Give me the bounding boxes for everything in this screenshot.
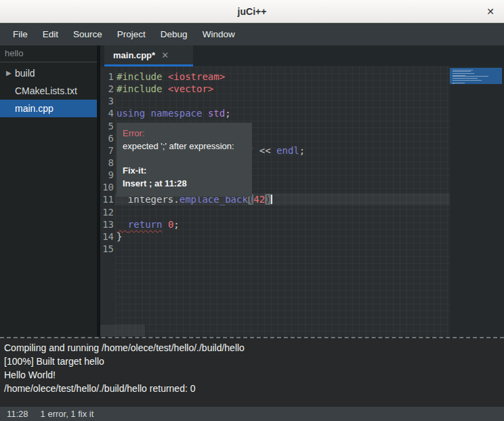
horizontal-scrollbar-thumb[interactable] [100,325,145,336]
file-tree: ▶buildCMakeLists.txtmain.cpp [0,62,97,117]
menu-item-edit[interactable]: Edit [35,23,66,45]
tooltip-fixit-text: Insert ; at 11:28 [123,177,246,190]
tab-bar: main.cpp* ✕ [100,45,504,66]
file-tree-item-label: main.cpp [15,103,54,114]
line-number: 1 [100,71,114,83]
diagnostic-tooltip: Error: expected ';' after expression: Fi… [117,123,252,197]
terminal-line: Hello World! [4,368,504,382]
line-number: 4 [100,107,114,119]
code-editor[interactable]: 123456789101112131415 #include <iostream… [100,66,504,337]
code-line-4: using namespace std; [117,107,305,119]
minimap-code-line [453,78,478,79]
minimap-code-line [453,80,482,81]
minimap-code-line [453,76,488,77]
minimap-code-line [453,83,465,83]
terminal-line: Compiling and running /home/olece/test/h… [4,341,504,355]
code-line-2: #include <vector> [117,83,305,95]
menu-item-file[interactable]: File [5,23,35,45]
diagnostic-status: 1 error, 1 fix it [41,409,94,419]
menu-item-source[interactable]: Source [66,23,110,45]
line-number: 14 [100,230,114,243]
tab-close-icon[interactable]: ✕ [161,50,169,60]
file-tree-item-label: build [15,68,35,79]
project-root-label: hello [0,45,97,62]
line-number: 9 [100,169,114,181]
minimap-code-line [453,73,474,74]
expander-icon[interactable]: ▶ [6,64,12,82]
line-number: 13 [100,218,114,230]
editor-pane: main.cpp* ✕ 123456789101112131415 #inclu… [100,45,504,337]
line-number: 8 [100,157,114,169]
minimap[interactable] [450,66,504,337]
minimap-code-line [453,83,454,84]
line-number: 5 [100,120,114,132]
title-bar: juCi++ ✕ [0,0,504,23]
line-number: 15 [100,243,114,255]
terminal-output-pane[interactable]: Compiling and running /home/olece/test/h… [0,339,504,407]
main-content: hello ▶buildCMakeLists.txtmain.cpp main.… [0,45,504,337]
line-number: 7 [100,144,114,157]
file-tree-sidebar: hello ▶buildCMakeLists.txtmain.cpp [0,45,97,337]
minimap-viewport[interactable] [450,68,502,84]
line-number: 3 [100,95,114,107]
tab-main-cpp[interactable]: main.cpp* ✕ [104,45,193,66]
status-bar: 11:28 1 error, 1 fix it [0,407,504,421]
tooltip-fixit-label: Fix-it: [123,164,246,177]
code-line-15 [117,243,305,255]
minimap-code-line [453,71,471,72]
code-line-12 [117,206,305,218]
tooltip-error-text: expected ';' after expression: [123,140,246,153]
code-line-13: return 0; [117,218,305,230]
code-line-3 [117,95,305,107]
terminal-line: [100%] Built target hello [4,355,504,368]
code-line-14: } [117,230,305,243]
line-number-gutter: 123456789101112131415 [100,71,114,255]
terminal-line: /home/olece/test/hello/./build/hello ret… [4,382,504,395]
menu-item-window[interactable]: Window [195,23,243,45]
line-number: 10 [100,181,114,193]
line-number: 11 [100,193,114,205]
code-line-1: #include <iostream> [117,71,305,83]
menu-bar: FileEditSourceProjectDebugWindow [0,23,504,45]
text-caret [271,195,272,204]
tab-label: main.cpp* [113,50,155,60]
line-number: 2 [100,83,114,95]
menu-item-project[interactable]: Project [110,23,153,45]
line-number: 12 [100,206,114,218]
file-tree-item-build[interactable]: ▶build [0,64,97,82]
cursor-position: 11:28 [7,409,28,419]
file-tree-item-cmakelists-txt[interactable]: CMakeLists.txt [0,82,97,100]
menu-item-debug[interactable]: Debug [153,23,195,45]
file-tree-item-label: CMakeLists.txt [15,85,77,96]
close-window-icon[interactable]: ✕ [484,5,497,18]
file-tree-item-main-cpp[interactable]: main.cpp [0,100,97,117]
window-title: juCi++ [238,6,267,17]
line-number: 6 [100,132,114,144]
tooltip-error-label: Error: [123,127,246,140]
